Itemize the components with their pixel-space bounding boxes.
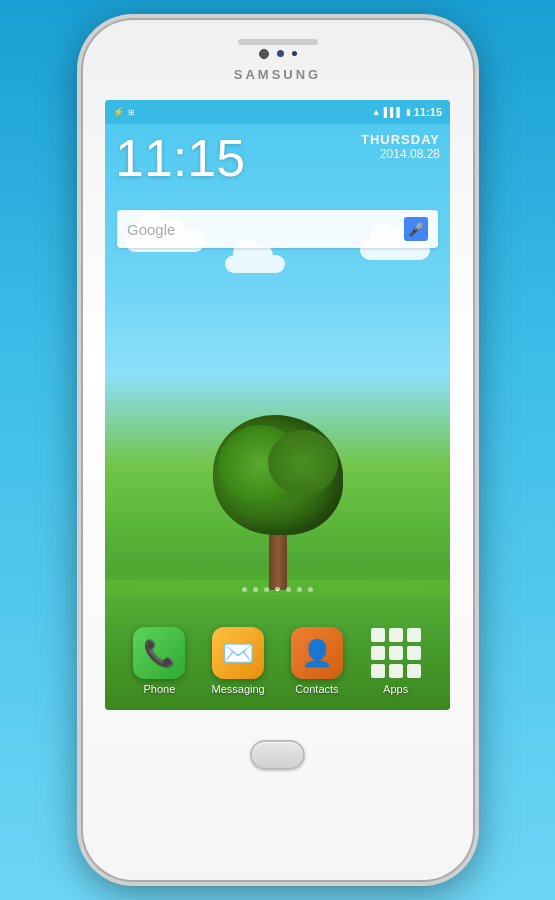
clock-date: 2014.08.28 — [361, 147, 440, 161]
dot-3 — [264, 587, 269, 592]
sensor-2 — [292, 51, 297, 56]
speaker-grille — [238, 39, 318, 45]
clock-time: 11:15 — [115, 132, 245, 184]
brand-label: SAMSUNG — [234, 67, 321, 82]
messaging-app-label: Messaging — [212, 683, 265, 695]
status-right-area: ▲ ▌▌▌ ▮ 11:15 — [372, 106, 442, 118]
messaging-icon: ✉️ — [222, 638, 254, 669]
sensor-1 — [277, 50, 284, 57]
contacts-icon: 👤 — [301, 638, 333, 669]
tree — [213, 415, 343, 590]
dot-5 — [286, 587, 291, 592]
home-dots: ⌂ — [105, 587, 450, 592]
clock-day: THURSDAY — [361, 132, 440, 147]
contacts-app-icon[interactable]: 👤 — [291, 627, 343, 679]
status-bar: ⚡ ⊞ ▲ ▌▌▌ ▮ 11:15 — [105, 100, 450, 124]
contacts-app-label: Contacts — [295, 683, 338, 695]
wifi-icon: ▲ — [372, 107, 381, 117]
phone-icon: 📞 — [143, 638, 175, 669]
signal-icon: ▌▌▌ — [384, 107, 403, 117]
dock-item-messaging[interactable]: ✉️ Messaging — [203, 627, 273, 695]
apps-app-icon[interactable] — [370, 627, 422, 679]
status-left-icons: ⚡ ⊞ — [113, 107, 135, 117]
dock-item-apps[interactable]: Apps — [361, 627, 431, 695]
dock-item-contacts[interactable]: 👤 Contacts — [282, 627, 352, 695]
tree-trunk — [269, 530, 287, 590]
search-placeholder: Google — [127, 221, 175, 238]
camera-row — [259, 49, 297, 59]
top-bezel: SAMSUNG — [83, 20, 473, 100]
google-search-bar[interactable]: Google 🎤 — [117, 210, 438, 248]
dot-7 — [308, 587, 313, 592]
usb-icon: ⚡ — [113, 107, 124, 117]
apps-grid — [371, 628, 421, 678]
status-time: 11:15 — [414, 106, 442, 118]
phone-app-icon[interactable]: 📞 — [133, 627, 185, 679]
bottom-bezel — [83, 710, 473, 800]
home-screen-dot: ⌂ — [275, 587, 280, 592]
clock-widget: 11:15 — [115, 132, 245, 184]
dot-1 — [242, 587, 247, 592]
cloud-2 — [225, 255, 285, 273]
messaging-app-icon[interactable]: ✉️ — [212, 627, 264, 679]
front-camera — [259, 49, 269, 59]
dock-item-phone[interactable]: 📞 Phone — [124, 627, 194, 695]
nfc-icon: ⊞ — [128, 108, 135, 117]
clock-date-area: THURSDAY 2014.08.28 — [361, 132, 440, 161]
dot-2 — [253, 587, 258, 592]
battery-icon: ▮ — [406, 107, 411, 117]
home-button[interactable] — [250, 740, 305, 770]
dock: 📞 Phone ✉️ Messaging 👤 Contacts — [105, 627, 450, 695]
tree-foliage — [213, 415, 343, 535]
apps-app-label: Apps — [383, 683, 408, 695]
mic-icon[interactable]: 🎤 — [404, 217, 428, 241]
dot-6 — [297, 587, 302, 592]
phone-device: SAMSUNG ⚡ ⊞ ▲ ▌▌▌ ▮ 11:15 — [83, 20, 473, 880]
phone-app-label: Phone — [143, 683, 175, 695]
phone-screen[interactable]: ⚡ ⊞ ▲ ▌▌▌ ▮ 11:15 11:15 THURSDAY 2014.08… — [105, 100, 450, 710]
